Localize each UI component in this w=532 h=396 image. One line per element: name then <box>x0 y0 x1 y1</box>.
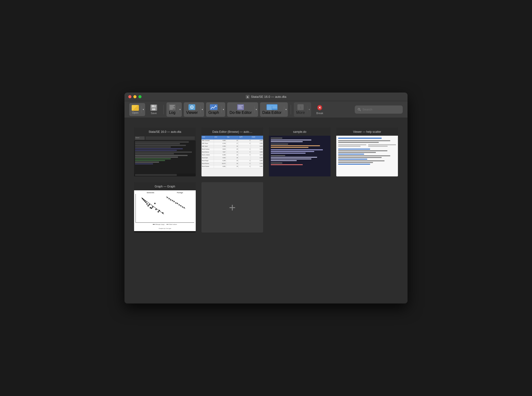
stata-sim: Source <box>134 136 196 176</box>
svg-point-42 <box>154 203 156 204</box>
search-box[interactable] <box>355 105 403 114</box>
svg-rect-9 <box>170 108 175 108</box>
thumbnail-graph[interactable]: Graph — Graph Domestic Foreign <box>134 182 196 233</box>
minimize-button[interactable] <box>133 95 136 98</box>
viewer-dropdown-arrow[interactable]: ▾ <box>200 106 204 113</box>
break-button[interactable]: ✕ Break <box>313 103 326 116</box>
graph-button[interactable]: Graph <box>206 102 221 117</box>
thumbnail-sample-do[interactable]: sample.do <box>269 128 331 176</box>
open-button-group[interactable]: Open ▾ <box>129 103 145 116</box>
windows-bottom-row: Graph — Graph Domestic Foreign <box>134 182 398 233</box>
graph-dropdown-arrow[interactable]: ▾ <box>221 106 225 113</box>
thumb-title-viewer: Viewer — help scatter <box>353 130 381 134</box>
log-dropdown-arrow[interactable]: ▾ <box>178 106 182 113</box>
more-icon: ↓ <box>297 104 304 110</box>
thumbnail-viewer[interactable]: Viewer — help scatter <box>336 128 398 176</box>
open-dropdown-arrow[interactable]: ▾ <box>141 106 145 113</box>
log-icon <box>169 104 176 110</box>
add-icon: + <box>229 201 236 214</box>
dofile-button[interactable]: Do-file Editor <box>227 102 254 117</box>
svg-rect-22 <box>272 106 277 107</box>
dataeditor-button-group[interactable]: Data Editor ▾ <box>260 102 288 117</box>
open-icon <box>132 105 139 111</box>
svg-text:✕: ✕ <box>318 106 321 110</box>
open-button[interactable]: Open <box>129 103 141 116</box>
viewer-button-group[interactable]: Viewer ▾ <box>184 102 204 117</box>
svg-rect-21 <box>267 106 272 107</box>
dataeditor-button[interactable]: Data Editor <box>260 102 284 117</box>
thumb-title-graph: Graph — Graph <box>155 185 175 188</box>
stata-icon: S <box>246 95 249 99</box>
graph-button-group[interactable]: Graph ▾ <box>206 102 225 117</box>
toolbar: Open ▾ Save <box>124 101 408 118</box>
log-button[interactable]: Log <box>166 102 178 117</box>
thumb-content-stata: Source <box>134 136 196 176</box>
svg-point-46 <box>150 207 151 209</box>
thumbnail-stata-main[interactable]: Stata/SE 16.0 — auto.dta Source <box>134 128 196 176</box>
dataeditor-icon <box>266 104 278 110</box>
open-label: Open <box>132 111 139 114</box>
more-button[interactable]: ↓ More <box>294 102 307 117</box>
svg-point-13 <box>191 107 192 108</box>
dataeditor-label: Data Editor <box>262 111 282 115</box>
sep1 <box>163 105 164 114</box>
thumb-content-viewer <box>336 136 398 176</box>
svg-point-30 <box>358 108 360 110</box>
dofile-icon <box>237 104 244 110</box>
dofile-dropdown-arrow[interactable]: ▾ <box>254 106 258 113</box>
title-text: S Stata/SE 16.0 — auto.dta <box>246 95 286 99</box>
thumb-title-dofile: sample.do <box>293 130 306 134</box>
windows-top-row: Stata/SE 16.0 — auto.dta Source <box>134 128 398 176</box>
thumbnail-add-new[interactable]: + <box>201 182 263 233</box>
svg-line-31 <box>360 110 361 111</box>
svg-rect-20 <box>267 105 277 106</box>
svg-point-40 <box>148 205 149 207</box>
svg-rect-7 <box>170 105 175 106</box>
viewer-icon <box>189 104 195 110</box>
dofile-button-group[interactable]: Do-file Editor ▾ <box>227 102 258 117</box>
thumbnail-data-editor[interactable]: Data Editor (Browse) — auto.... make pri… <box>201 128 263 176</box>
svg-point-35 <box>152 206 154 208</box>
svg-rect-10 <box>170 109 173 109</box>
thumb-titlebar-dofile: sample.do <box>269 128 331 136</box>
traffic-lights <box>128 95 142 98</box>
svg-rect-23 <box>267 108 272 108</box>
svg-line-47 <box>141 198 164 214</box>
title-bar: S Stata/SE 16.0 — auto.dta <box>124 93 408 101</box>
thumb-title-dataeditor: Data Editor (Browse) — auto.... <box>212 130 252 134</box>
svg-point-33 <box>145 202 147 203</box>
main-window: S Stata/SE 16.0 — auto.dta Open ▾ Save <box>124 93 408 303</box>
more-dropdown-arrow[interactable]: ▾ <box>307 106 311 113</box>
svg-point-45 <box>146 203 148 205</box>
search-icon <box>358 108 361 111</box>
svg-rect-24 <box>272 108 277 108</box>
svg-line-59 <box>166 196 185 209</box>
sep2 <box>291 105 291 114</box>
more-button-group[interactable]: ↓ More ▾ <box>294 102 311 117</box>
maximize-button[interactable] <box>138 95 142 98</box>
close-button[interactable] <box>128 95 131 98</box>
save-button[interactable]: Save <box>147 103 160 116</box>
svg-point-43 <box>158 211 159 212</box>
svg-rect-16 <box>238 105 243 106</box>
svg-point-34 <box>148 204 150 205</box>
log-label: Log <box>169 111 176 115</box>
save-label: Save <box>151 112 157 115</box>
graph-label: Graph <box>208 111 219 115</box>
svg-text:↓: ↓ <box>300 105 301 109</box>
viewer-button[interactable]: Viewer <box>184 102 200 117</box>
svg-point-36 <box>155 209 157 210</box>
thumb-content-dofile <box>269 136 331 176</box>
svg-rect-17 <box>238 107 242 107</box>
thumb-titlebar-stata: Stata/SE 16.0 — auto.dta <box>134 128 196 136</box>
svg-text:S: S <box>247 96 248 98</box>
save-icon <box>150 105 157 111</box>
break-label: Break <box>316 112 323 115</box>
graph-icon <box>210 104 218 110</box>
svg-rect-4 <box>152 108 155 110</box>
window-title: Stata/SE 16.0 — auto.dta <box>251 95 286 99</box>
dataeditor-dropdown-arrow[interactable]: ▾ <box>284 106 288 113</box>
thumb-content-dataeditor: make price mpg rep78 weight AMC Concord … <box>201 136 263 176</box>
log-button-group[interactable]: Log ▾ <box>166 102 182 117</box>
search-input[interactable] <box>362 108 396 111</box>
